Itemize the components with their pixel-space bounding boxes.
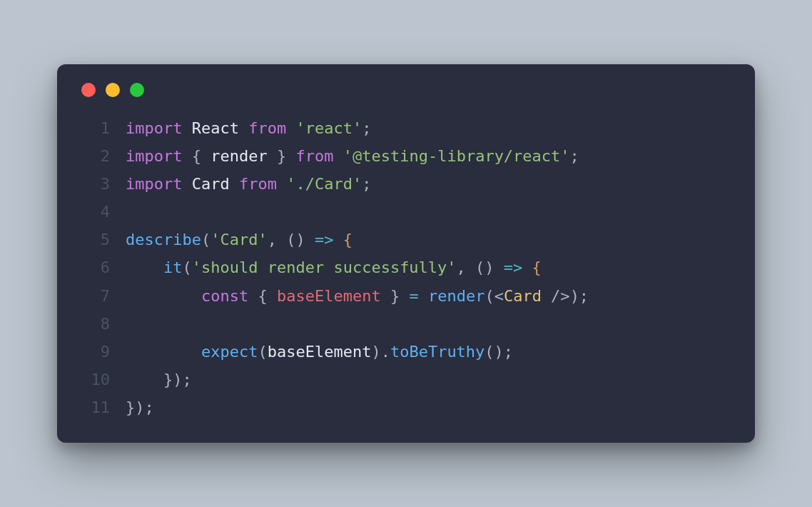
line-content: import React from 'react'; — [126, 114, 371, 142]
token: ( — [258, 343, 267, 361]
token: { — [343, 231, 352, 249]
token: ); — [570, 287, 589, 305]
token: React — [192, 119, 239, 137]
token — [333, 231, 342, 249]
line-number: 5 — [78, 226, 110, 254]
code-line: 8 — [78, 310, 734, 338]
token: }); — [163, 371, 192, 388]
line-content: import { render } from '@testing-library… — [126, 142, 579, 170]
code-line: 3import Card from './Card'; — [78, 170, 734, 198]
token: () — [286, 231, 305, 249]
token: ( — [484, 287, 494, 305]
token: './Card' — [286, 175, 362, 193]
zoom-icon[interactable] — [130, 83, 144, 97]
token: import — [126, 119, 182, 137]
line-number: 11 — [78, 393, 110, 421]
line-number: 4 — [78, 198, 110, 226]
code-line: 7 const { baseElement } = render(<Card /… — [78, 282, 734, 310]
line-content: expect(baseElement).toBeTruthy(); — [126, 338, 513, 366]
line-number: 8 — [78, 310, 110, 338]
line-content: const { baseElement } = render(<Card />)… — [126, 282, 589, 310]
close-icon[interactable] — [81, 83, 96, 97]
token — [126, 343, 201, 361]
line-content: it('should render successfully', () => { — [126, 254, 542, 281]
token: () — [475, 258, 494, 276]
token: }); — [126, 398, 154, 416]
token: } — [381, 287, 410, 305]
token: , — [457, 258, 476, 276]
code-line: 9 expect(baseElement).toBeTruthy(); — [78, 338, 734, 366]
token — [305, 231, 315, 249]
token: Card — [504, 287, 542, 305]
token: < — [494, 287, 504, 305]
line-number: 2 — [78, 142, 110, 170]
code-line: 11}); — [78, 393, 734, 421]
token — [239, 119, 248, 137]
token: => — [504, 258, 523, 276]
line-number: 10 — [78, 366, 110, 393]
token: Card — [192, 175, 230, 193]
token: { — [248, 287, 277, 305]
token: toBeTruthy — [390, 343, 484, 361]
token: from — [248, 119, 286, 137]
token: , — [268, 231, 287, 249]
line-content: }); — [126, 393, 154, 421]
token: (); — [484, 343, 513, 361]
token: => — [315, 231, 334, 249]
token: from — [239, 175, 277, 193]
token — [182, 119, 191, 137]
minimize-icon[interactable] — [106, 83, 120, 97]
token: = — [409, 287, 418, 305]
token — [182, 175, 191, 193]
token: const — [201, 287, 248, 305]
token — [419, 287, 428, 305]
token: expect — [201, 343, 258, 361]
token: ; — [570, 147, 579, 165]
token: render — [428, 287, 484, 305]
line-number: 3 — [78, 170, 110, 198]
token: ; — [362, 119, 371, 137]
token: ). — [371, 343, 390, 361]
window-controls — [78, 83, 734, 97]
line-content: }); — [126, 366, 192, 393]
token: } — [268, 147, 296, 165]
line-content — [126, 198, 135, 226]
token: ; — [362, 175, 371, 193]
token — [126, 258, 163, 276]
token — [126, 287, 201, 305]
token — [333, 147, 342, 165]
token: '@testing-library/react' — [343, 147, 570, 165]
token: 'should render successfully' — [192, 258, 457, 276]
line-content: describe('Card', () => { — [126, 226, 352, 254]
line-number: 7 — [78, 282, 110, 310]
token — [494, 258, 504, 276]
token: /> — [542, 287, 570, 305]
token: baseElement — [277, 287, 381, 305]
token — [286, 119, 295, 137]
code-window: 1import React from 'react';2import { ren… — [57, 64, 755, 443]
code-line: 2import { render } from '@testing-librar… — [78, 142, 734, 170]
token: ( — [201, 231, 210, 249]
line-number: 6 — [78, 254, 110, 281]
token: 'Card' — [210, 231, 267, 249]
line-content — [126, 310, 135, 338]
token: { — [182, 147, 210, 165]
token — [230, 175, 239, 193]
token: 'react' — [295, 119, 362, 137]
code-line: 5describe('Card', () => { — [78, 226, 734, 254]
token: from — [295, 147, 333, 165]
line-content: import Card from './Card'; — [126, 170, 371, 198]
code-line: 4 — [78, 198, 734, 226]
token: { — [532, 258, 542, 276]
token: ( — [182, 258, 191, 276]
code-line: 10 }); — [78, 366, 734, 393]
token: it — [163, 258, 183, 276]
token: baseElement — [268, 343, 372, 361]
token: describe — [126, 231, 201, 249]
token: import — [126, 147, 182, 165]
code-line: 1import React from 'react'; — [78, 114, 734, 142]
token — [522, 258, 532, 276]
token — [126, 371, 163, 388]
code-block[interactable]: 1import React from 'react';2import { ren… — [78, 114, 734, 422]
line-number: 9 — [78, 338, 110, 366]
